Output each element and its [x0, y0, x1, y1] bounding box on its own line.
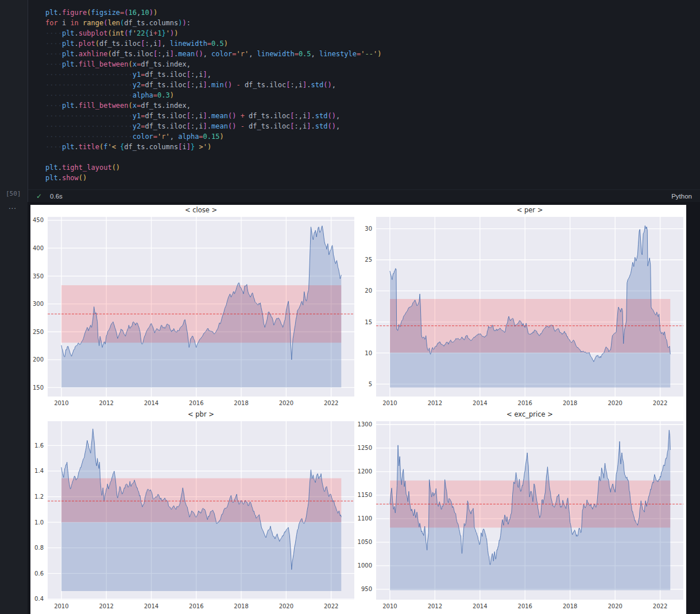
svg-text:10: 10: [365, 350, 372, 356]
svg-text:450: 450: [33, 217, 44, 223]
code-line: [45, 152, 700, 162]
svg-text:2012: 2012: [428, 400, 442, 406]
figure-output: 1502002503003504004502010201220142016201…: [30, 205, 686, 614]
svg-text:2012: 2012: [99, 603, 113, 609]
svg-text:2022: 2022: [653, 400, 667, 406]
svg-text:2014: 2014: [144, 603, 158, 609]
subplot-pbr: 0.40.60.81.01.21.41.62010201220142016201…: [34, 410, 354, 609]
code-line: ····plt.title(f'< {df_ts.columns[i]} >'): [45, 142, 700, 152]
code-line: plt.figure(figsize=(16,10)): [45, 7, 700, 18]
svg-text:30: 30: [365, 226, 372, 232]
svg-text:0.6: 0.6: [34, 570, 44, 577]
svg-text:2020: 2020: [279, 400, 293, 406]
svg-text:2012: 2012: [99, 400, 113, 406]
code-line: ····plt.plot(df_ts.iloc[:,i], linewidth=…: [45, 38, 700, 49]
svg-text:2018: 2018: [234, 603, 248, 609]
code-line: ·····················y1=df_ts.iloc[:,i],: [45, 69, 700, 80]
subplot-per: 510152025302010201220142016201820202022<…: [365, 206, 683, 406]
code-line: plt.show(): [45, 173, 700, 183]
svg-text:950: 950: [361, 586, 372, 592]
svg-text:2014: 2014: [473, 603, 487, 609]
svg-text:2016: 2016: [518, 603, 532, 609]
std-band-pbr: [61, 478, 341, 522]
svg-text:0.4: 0.4: [34, 596, 44, 602]
svg-text:5: 5: [369, 381, 372, 387]
svg-text:2010: 2010: [382, 400, 397, 406]
svg-text:2020: 2020: [608, 400, 622, 406]
code-cell: plt.figure(figsize=(16,10))for i in rang…: [28, 0, 700, 202]
subplot-title-exc_price: < exc_price >: [506, 410, 553, 418]
svg-text:1200: 1200: [358, 468, 372, 475]
svg-text:25: 25: [365, 257, 372, 263]
svg-text:1050: 1050: [358, 539, 372, 545]
svg-text:2022: 2022: [324, 400, 338, 406]
code-line: ·····················y2=df_ts.iloc[:,i].…: [45, 121, 700, 131]
code-line: ·····················y1=df_ts.iloc[:,i].…: [45, 111, 700, 121]
svg-text:2012: 2012: [428, 603, 442, 609]
success-check-icon: ✓: [36, 192, 42, 200]
svg-text:2014: 2014: [473, 400, 487, 406]
svg-text:2020: 2020: [608, 603, 622, 609]
svg-text:400: 400: [33, 245, 44, 251]
subplot-title-per: < per >: [517, 206, 543, 214]
svg-text:200: 200: [33, 356, 44, 363]
code-line: ·····················color='r', alpha=0.…: [45, 131, 700, 142]
svg-text:1000: 1000: [358, 562, 372, 569]
svg-text:2016: 2016: [189, 400, 203, 406]
svg-text:1100: 1100: [358, 515, 372, 522]
code-line: ····plt.subplot(int(f'22{i+1}')): [45, 28, 700, 38]
code-editor[interactable]: plt.figure(figsize=(16,10))for i in rang…: [28, 0, 700, 189]
cell-gutter: [50] ...: [0, 0, 28, 614]
svg-text:1300: 1300: [358, 421, 372, 428]
code-line: for i in range(len(df_ts.columns)):: [45, 18, 700, 28]
svg-text:1150: 1150: [358, 492, 372, 498]
svg-text:2018: 2018: [563, 603, 577, 609]
code-line: ·····················alpha=0.3): [45, 90, 700, 100]
subplot-title-pbr: < pbr >: [188, 410, 214, 418]
svg-text:2010: 2010: [54, 603, 68, 609]
svg-text:1.4: 1.4: [34, 468, 44, 474]
svg-text:15: 15: [365, 319, 372, 325]
svg-text:150: 150: [33, 384, 44, 391]
cell-language-picker[interactable]: Python: [671, 193, 692, 200]
figure-canvas: 1502002503003504004502010201220142016201…: [30, 205, 686, 614]
svg-text:2016: 2016: [189, 603, 203, 609]
code-line: ·····················y2=df_ts.iloc[:,i].…: [45, 80, 700, 90]
svg-text:350: 350: [33, 273, 44, 279]
svg-text:2010: 2010: [382, 603, 397, 609]
output-collapse-toggle[interactable]: ...: [9, 202, 17, 211]
execution-count: [50]: [6, 190, 21, 197]
svg-text:2016: 2016: [518, 400, 532, 406]
svg-text:20: 20: [365, 287, 372, 294]
svg-text:1250: 1250: [358, 445, 372, 451]
svg-text:1.6: 1.6: [34, 442, 44, 449]
execution-duration: 0.6s: [50, 193, 63, 200]
svg-text:2018: 2018: [234, 400, 248, 406]
svg-text:2022: 2022: [324, 603, 338, 609]
subplot-exc_price: 9501000105011001150120012501300201020122…: [358, 410, 683, 609]
svg-text:2014: 2014: [144, 400, 158, 406]
svg-text:1.2: 1.2: [34, 493, 44, 500]
svg-text:250: 250: [33, 329, 44, 335]
svg-text:1.0: 1.0: [34, 519, 44, 526]
notebook-page: [50] ... plt.figure(figsize=(16,10))for …: [0, 0, 700, 614]
code-line: ····plt.axhline(df_ts.iloc[:,i].mean(), …: [45, 49, 700, 59]
code-line: ····plt.fill_between(x=df_ts.index,: [45, 100, 700, 111]
svg-text:2018: 2018: [563, 400, 577, 406]
svg-text:2010: 2010: [54, 400, 68, 406]
svg-text:0.8: 0.8: [34, 545, 44, 551]
code-line: plt.tight_layout(): [45, 162, 700, 173]
code-line: ····plt.fill_between(x=df_ts.index,: [45, 59, 700, 69]
subplot-close: 1502002503003504004502010201220142016201…: [33, 206, 354, 406]
svg-text:300: 300: [33, 301, 44, 307]
svg-text:2022: 2022: [653, 603, 667, 609]
svg-text:2020: 2020: [279, 603, 293, 609]
subplot-title-close: < close >: [185, 206, 217, 214]
cell-status-bar: ✓ 0.6s Python: [28, 189, 700, 202]
